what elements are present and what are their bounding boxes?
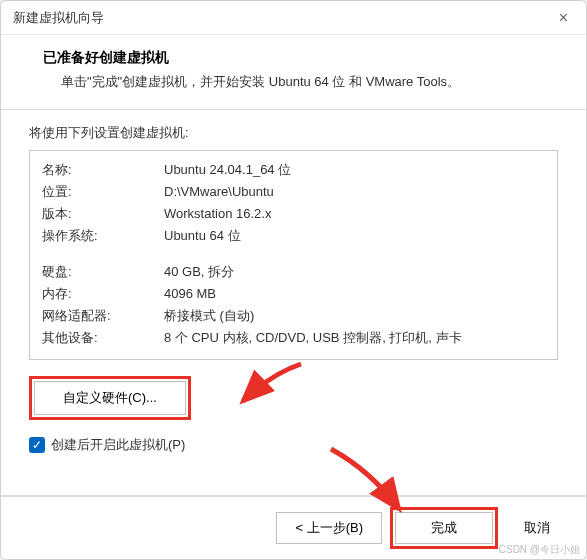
- setting-val: Ubuntu 24.04.1_64 位: [164, 159, 545, 181]
- setting-val: 40 GB, 拆分: [164, 261, 545, 283]
- setting-key: 操作系统:: [42, 225, 164, 247]
- setting-row: 硬盘: 40 GB, 拆分: [42, 261, 545, 283]
- setting-row: 位置: D:\VMware\Ubuntu: [42, 181, 545, 203]
- setting-val: D:\VMware\Ubuntu: [164, 181, 545, 203]
- wizard-dialog: 新建虚拟机向导 × 已准备好创建虚拟机 单击"完成"创建虚拟机，并开始安装 Ub…: [0, 0, 587, 560]
- setting-val: Ubuntu 64 位: [164, 225, 545, 247]
- power-on-checkbox-row[interactable]: ✓ 创建后开启此虚拟机(P): [29, 436, 558, 454]
- setting-val: 4096 MB: [164, 283, 545, 305]
- main-section: 将使用下列设置创建虚拟机: 名称: Ubuntu 24.04.1_64 位 位置…: [1, 110, 586, 495]
- setting-row: 版本: Workstation 16.2.x: [42, 203, 545, 225]
- customize-hardware-button[interactable]: 自定义硬件(C)...: [34, 381, 186, 415]
- setting-key: 内存:: [42, 283, 164, 305]
- setting-row: 操作系统: Ubuntu 64 位: [42, 225, 545, 247]
- setting-key: 其他设备:: [42, 327, 164, 349]
- setting-val: Workstation 16.2.x: [164, 203, 545, 225]
- setting-val: 8 个 CPU 内核, CD/DVD, USB 控制器, 打印机, 声卡: [164, 327, 545, 349]
- setting-key: 名称:: [42, 159, 164, 181]
- highlight-frame: 完成: [390, 507, 498, 549]
- setting-row: 内存: 4096 MB: [42, 283, 545, 305]
- setting-key: 版本:: [42, 203, 164, 225]
- header-section: 已准备好创建虚拟机 单击"完成"创建虚拟机，并开始安装 Ubuntu 64 位 …: [1, 35, 586, 109]
- settings-label: 将使用下列设置创建虚拟机:: [29, 124, 558, 142]
- setting-val: 桥接模式 (自动): [164, 305, 545, 327]
- checkbox-checked-icon[interactable]: ✓: [29, 437, 45, 453]
- page-title: 已准备好创建虚拟机: [29, 49, 558, 67]
- close-icon[interactable]: ×: [553, 7, 574, 29]
- titlebar: 新建虚拟机向导 ×: [1, 1, 586, 35]
- page-subtitle: 单击"完成"创建虚拟机，并开始安装 Ubuntu 64 位 和 VMware T…: [29, 73, 558, 91]
- setting-key: 位置:: [42, 181, 164, 203]
- setting-row: 网络适配器: 桥接模式 (自动): [42, 305, 545, 327]
- setting-key: 网络适配器:: [42, 305, 164, 327]
- window-title: 新建虚拟机向导: [13, 9, 104, 27]
- cancel-button[interactable]: 取消: [506, 513, 568, 543]
- setting-row: 其他设备: 8 个 CPU 内核, CD/DVD, USB 控制器, 打印机, …: [42, 327, 545, 349]
- settings-summary-box: 名称: Ubuntu 24.04.1_64 位 位置: D:\VMware\Ub…: [29, 150, 558, 360]
- watermark: CSDN @今日小姐: [499, 543, 580, 557]
- back-button[interactable]: < 上一步(B): [276, 512, 382, 544]
- checkbox-label: 创建后开启此虚拟机(P): [51, 436, 185, 454]
- setting-row: 名称: Ubuntu 24.04.1_64 位: [42, 159, 545, 181]
- setting-key: 硬盘:: [42, 261, 164, 283]
- highlight-frame: 自定义硬件(C)...: [29, 376, 191, 420]
- finish-button[interactable]: 完成: [395, 512, 493, 544]
